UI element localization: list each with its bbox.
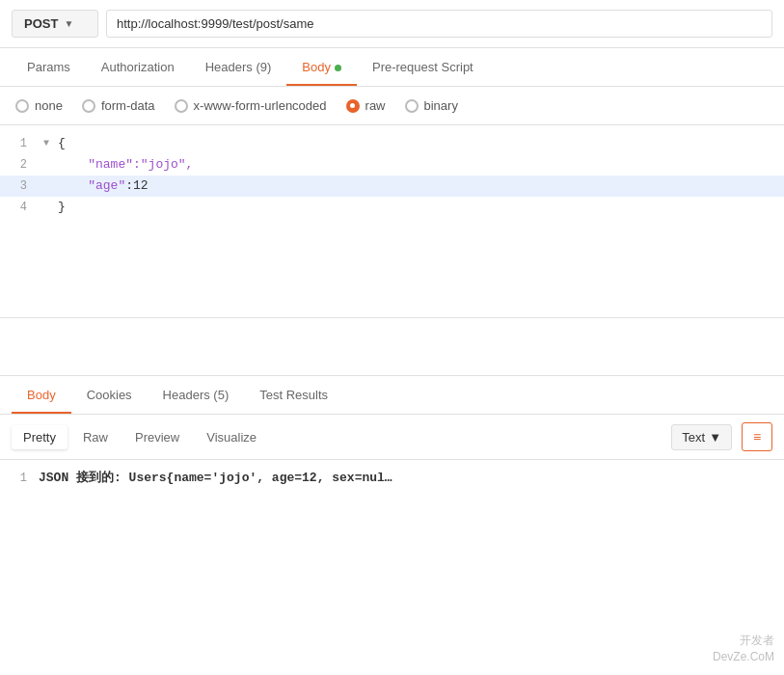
radio-raw-label: raw (365, 98, 386, 113)
resp-tab-cookies-label: Cookies (87, 388, 132, 402)
line-num-2: 2 (0, 154, 39, 176)
tab-headers[interactable]: Headers (9) (190, 48, 287, 86)
radio-none[interactable]: none (15, 98, 63, 113)
format-chevron: ▼ (709, 430, 721, 445)
url-input[interactable] (106, 10, 772, 38)
radio-none-circle (15, 99, 29, 113)
editor-empty-area (0, 318, 784, 376)
response-line-1: 1 JSON 接到的: Users{name='jojo', age=12, s… (0, 468, 784, 489)
view-preview-button[interactable]: Preview (123, 425, 191, 449)
watermark-line2: DevZe.CoM (713, 649, 774, 665)
resp-line-num-1: 1 (0, 468, 39, 489)
tab-authorization[interactable]: Authorization (86, 48, 190, 86)
body-dot (335, 65, 341, 71)
editor-line-1: 1 ▼ { (0, 133, 784, 154)
format-select[interactable]: Text ▼ (671, 424, 732, 450)
editor-line-2: 2 "name":"jojo", (0, 154, 784, 176)
json-val-age: :12 (125, 178, 148, 193)
tab-headers-label: Headers (9) (205, 60, 272, 74)
tab-body[interactable]: Body (286, 48, 357, 86)
method-chevron: ▼ (64, 18, 73, 29)
radio-binary-circle (405, 99, 419, 113)
resp-tab-body-label: Body (27, 388, 56, 402)
tab-pre-request-label: Pre-request Script (372, 60, 473, 74)
url-bar: POST ▼ (0, 0, 784, 48)
json-val-name: :"jojo", (133, 157, 193, 172)
method-select[interactable]: POST ▼ (12, 10, 98, 38)
editor-line-4: 4 } (0, 197, 784, 218)
tab-params[interactable]: Params (12, 48, 86, 86)
wrap-icon: ≡ (753, 429, 761, 445)
tab-pre-request[interactable]: Pre-request Script (357, 48, 489, 86)
json-key-name: "name" (58, 157, 133, 172)
resp-tab-test-results-label: Test Results (259, 388, 328, 402)
line-num-4: 4 (0, 197, 39, 218)
view-raw-button[interactable]: Raw (71, 425, 120, 449)
radio-binary-label: binary (424, 98, 458, 113)
watermark: 开发者 DevZe.CoM (713, 633, 774, 665)
radio-urlencoded[interactable]: x-www-form-urlencoded (175, 98, 327, 113)
line-content-3: "age":12 (54, 176, 784, 197)
response-tabs: Body Cookies Headers (5) Test Results (0, 376, 784, 415)
line-content-2: "name":"jojo", (54, 154, 784, 176)
line-num-1: 1 (0, 133, 39, 154)
response-toolbar: Pretty Raw Preview Visualize Text ▼ ≡ (0, 415, 784, 460)
radio-form-data[interactable]: form-data (82, 98, 155, 113)
resp-tab-headers[interactable]: Headers (5) (148, 376, 245, 414)
resp-tab-body[interactable]: Body (12, 376, 71, 414)
radio-urlencoded-label: x-www-form-urlencoded (194, 98, 327, 113)
view-pretty-button[interactable]: Pretty (12, 425, 68, 449)
format-label: Text (682, 430, 705, 445)
resp-tab-cookies[interactable]: Cookies (71, 376, 148, 414)
watermark-line1: 开发者 (713, 633, 774, 649)
editor-line-3: 3 "age":12 (0, 176, 784, 197)
line-num-3: 3 (0, 176, 39, 197)
resp-tab-test-results[interactable]: Test Results (244, 376, 343, 414)
resp-line-content-1: JSON 接到的: Users{name='jojo', age=12, sex… (39, 468, 784, 489)
radio-none-label: none (35, 98, 63, 113)
radio-raw[interactable]: raw (346, 98, 386, 113)
request-tabs: Params Authorization Headers (9) Body Pr… (0, 48, 784, 87)
method-label: POST (24, 16, 58, 31)
tab-params-label: Params (27, 60, 70, 74)
resp-tab-headers-label: Headers (5) (163, 388, 230, 402)
radio-raw-circle (346, 99, 360, 113)
radio-binary[interactable]: binary (405, 98, 458, 113)
wrap-button[interactable]: ≡ (742, 422, 772, 451)
radio-form-data-label: form-data (101, 98, 155, 113)
line-gutter-1: ▼ (39, 133, 54, 154)
view-visualize-button[interactable]: Visualize (195, 425, 268, 449)
body-types: none form-data x-www-form-urlencoded raw… (0, 87, 784, 125)
json-key-age: "age" (58, 178, 125, 193)
line-content-4: } (54, 197, 784, 218)
line-content-1: { (54, 133, 784, 154)
tab-authorization-label: Authorization (101, 60, 175, 74)
radio-form-data-circle (82, 99, 95, 113)
code-editor[interactable]: 1 ▼ { 2 "name":"jojo", 3 "age":12 4 } (0, 125, 784, 318)
response-content: 1 JSON 接到的: Users{name='jojo', age=12, s… (0, 460, 784, 497)
radio-urlencoded-circle (175, 99, 188, 113)
tab-body-label: Body (302, 60, 331, 74)
